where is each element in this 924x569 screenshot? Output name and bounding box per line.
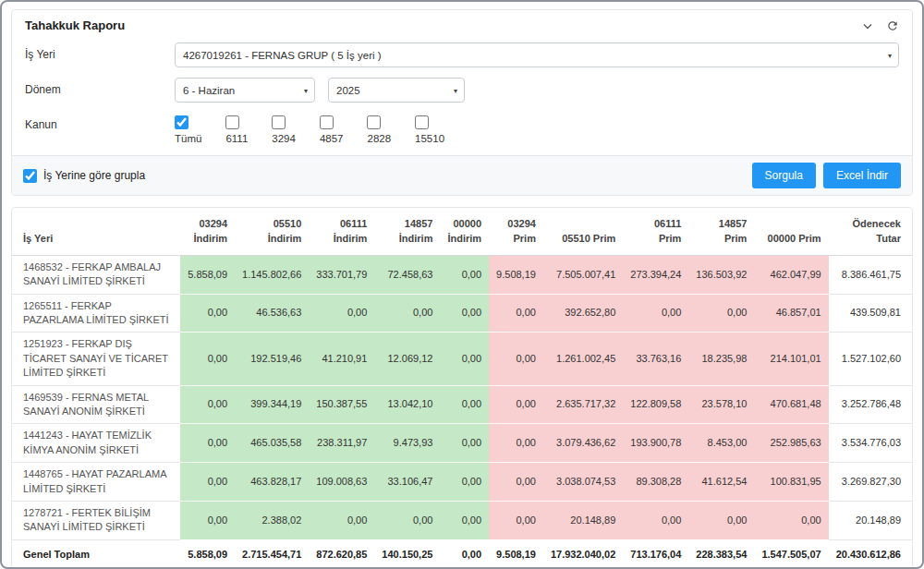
value-cell: 0,00 (440, 463, 489, 502)
excel-indir-button[interactable]: Excel İndir (823, 163, 901, 188)
kanun-checkbox[interactable] (320, 115, 334, 129)
value-cell: 89.308,28 (623, 463, 688, 502)
company-cell: 1468532 - FERKAP AMBALAJ SANAYİ LİMİTED … (12, 255, 180, 294)
value-cell: 8.453,00 (688, 424, 754, 463)
kanun-option-15510[interactable]: 15510 (415, 115, 444, 144)
value-cell: 109.008,63 (309, 463, 374, 502)
grand-total-cell: 872.620,85 (309, 539, 374, 568)
kanun-option-label: Tümü (175, 133, 201, 144)
value-cell: 399.344,19 (235, 385, 309, 424)
panel-header: Tahakkuk Raporu (12, 10, 912, 37)
value-cell: 192.519,46 (235, 333, 309, 385)
value-cell: 1.261.002,45 (543, 333, 623, 385)
kanun-option-label: 15510 (415, 133, 444, 144)
value-cell: 2.635.717,32 (543, 385, 623, 424)
donem-month-select[interactable]: 6 - Haziran (175, 78, 315, 103)
column-header-prim-10: 00000 Prim (754, 208, 828, 255)
value-cell: 0,00 (623, 501, 688, 539)
report-table: İş Yeri03294İndirim05510İndirim06111İndi… (12, 208, 912, 568)
kanun-checkbox[interactable] (367, 115, 381, 129)
value-cell: 136.503,92 (688, 255, 754, 294)
isyeri-label: İş Yeri (25, 42, 175, 61)
value-cell: 41.210,91 (309, 333, 374, 385)
value-cell: 12.069,12 (374, 333, 440, 385)
isyeri-row: İş Yeri 4267019261 - FERNAS GRUP ( 5 İş … (25, 42, 899, 67)
kanun-row: Kanun Tümü611132944857282815510 (25, 113, 899, 144)
company-cell: 1278721 - FERTEK BİLİŞİM SANAYİ LİMİTED … (12, 501, 180, 539)
grand-total-cell: 713.176,04 (623, 539, 688, 568)
value-cell: 462.047,99 (754, 255, 828, 294)
kanun-option-4857[interactable]: 4857 (320, 115, 344, 144)
kanun-option-2828[interactable]: 2828 (367, 115, 391, 144)
column-header-indirim-5: 00000İndirim (440, 208, 489, 255)
value-cell: 0,00 (440, 424, 489, 463)
value-cell: 46.857,01 (754, 294, 828, 333)
value-cell: 3.079.436,62 (543, 424, 623, 463)
group-by-checkbox[interactable] (23, 169, 37, 183)
value-cell: 0,00 (440, 385, 489, 424)
kanun-option-3294[interactable]: 3294 (272, 115, 296, 144)
kanun-options: Tümü611132944857282815510 (175, 113, 444, 144)
report-filter-panel: Tahakkuk Raporu İş Yeri 4267019261 - FER… (11, 9, 913, 196)
donem-control: 6 - Haziran ▾ 2025 ▾ (175, 78, 465, 103)
value-cell: 0,00 (180, 294, 235, 333)
panel-header-icons (862, 19, 899, 32)
value-cell: 0,00 (180, 463, 235, 502)
value-cell: 465.035,58 (235, 424, 309, 463)
isyeri-control: 4267019261 - FERNAS GRUP ( 5 İş yeri ) ▾ (175, 42, 899, 67)
table-footer-row: Genel Toplam5.858,092.715.454,71872.620,… (12, 539, 912, 568)
value-cell: 3.038.074,53 (543, 463, 623, 502)
kanun-checkbox[interactable] (272, 115, 286, 129)
kanun-option-label: 3294 (272, 133, 296, 144)
kanun-option-6111[interactable]: 6111 (225, 115, 248, 144)
kanun-checkbox[interactable] (415, 115, 429, 129)
grand-total-cell: 17.932.040,02 (543, 539, 623, 568)
grand-total-label: Genel Toplam (12, 539, 180, 568)
column-header-indirim-2: 05510İndirim (235, 208, 309, 255)
value-cell: 0,00 (623, 294, 688, 333)
company-cell: 1251923 - FERKAP DIŞ TİCARET SANAYİ VE T… (12, 333, 180, 385)
page-title: Tahakkuk Raporu (25, 18, 125, 32)
value-cell: 0,00 (688, 501, 754, 539)
value-cell: 0,00 (489, 385, 543, 424)
kanun-checkbox[interactable] (175, 115, 188, 129)
value-cell: 463.828,17 (235, 463, 309, 502)
grand-total-cell: 140.150,25 (374, 539, 440, 568)
value-cell: 0,00 (489, 501, 543, 539)
value-cell: 0,00 (489, 333, 543, 385)
donem-year-select[interactable]: 2025 (328, 78, 465, 103)
value-cell: 46.536,63 (235, 294, 309, 333)
value-cell: 9.508,19 (489, 255, 543, 294)
value-cell: 252.985,63 (754, 424, 828, 463)
value-cell: 0,00 (309, 294, 374, 333)
value-cell: 470.681,48 (754, 385, 828, 424)
refresh-icon[interactable] (886, 19, 899, 32)
value-cell: 0,00 (440, 333, 489, 385)
table-row: 1265511 - FERKAP PAZARLAMA LİMİTED ŞİRKE… (12, 294, 912, 333)
table-row: 1251923 - FERKAP DIŞ TİCARET SANAYİ VE T… (12, 333, 912, 385)
value-cell: 1.527.102,60 (829, 333, 912, 385)
table-row: 1468532 - FERKAP AMBALAJ SANAYİ LİMİTED … (12, 255, 912, 294)
app-viewport: Tahakkuk Raporu İş Yeri 4267019261 - FER… (0, 0, 924, 569)
group-by-toggle[interactable]: İş Yerine göre grupla (23, 169, 145, 183)
collapse-chevron-icon[interactable] (862, 20, 873, 31)
company-cell: 1469539 - FERNAS METAL SANAYİ ANONİM ŞİR… (12, 385, 180, 424)
table-header-row: İş Yeri03294İndirim05510İndirim06111İndi… (12, 208, 912, 255)
column-header-indirim-4: 14857İndirim (374, 208, 440, 255)
isyeri-select[interactable]: 4267019261 - FERNAS GRUP ( 5 İş yeri ) (175, 42, 899, 67)
value-cell: 13.042,10 (374, 385, 440, 424)
kanun-option-tümü[interactable]: Tümü (175, 115, 201, 144)
column-header-total-11: ÖdenecekTutar (829, 208, 912, 255)
table-row: 1441243 - HAYAT TEMİZLİK KİMYA ANONİM Şİ… (12, 424, 912, 463)
value-cell: 3.534.776,03 (829, 424, 912, 463)
value-cell: 20.148,89 (543, 501, 623, 539)
column-header-indirim-3: 06111İndirim (309, 208, 374, 255)
sorgula-button[interactable]: Sorgula (752, 163, 816, 188)
kanun-checkbox[interactable] (225, 115, 239, 129)
grand-total-cell: 20.430.612,86 (829, 539, 912, 568)
toolbar-buttons: Sorgula Excel İndir (752, 163, 901, 188)
grand-total-cell: 2.715.454,71 (235, 539, 309, 568)
filter-form: İş Yeri 4267019261 - FERNAS GRUP ( 5 İş … (12, 37, 912, 155)
donem-row: Dönem 6 - Haziran ▾ 2025 ▾ (25, 78, 899, 103)
value-cell: 150.387,55 (309, 385, 374, 424)
